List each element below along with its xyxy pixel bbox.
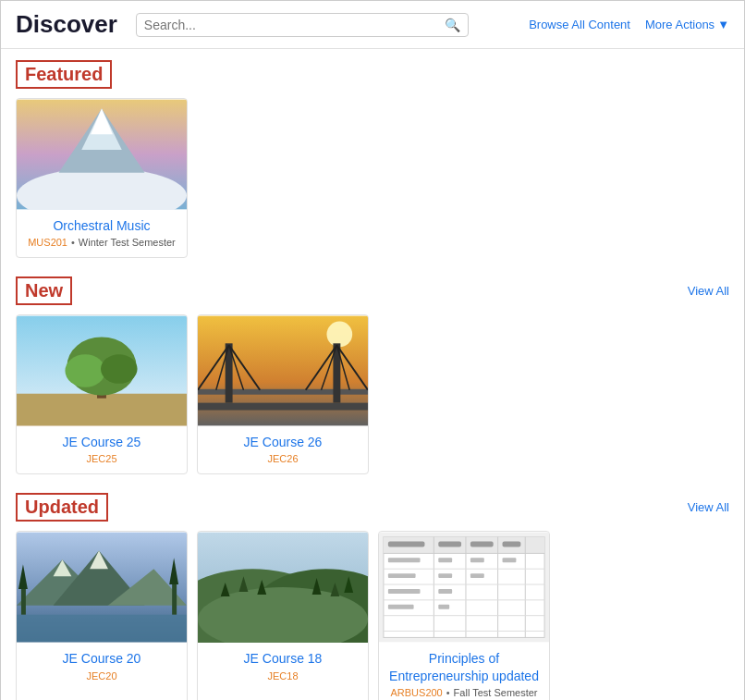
svg-rect-65 bbox=[470, 559, 484, 563]
featured-section: Featured bbox=[16, 60, 729, 258]
browse-all-link[interactable]: Browse All Content bbox=[529, 18, 630, 31]
card-sub: JEC18 bbox=[203, 670, 362, 682]
search-container: 🔍 bbox=[136, 13, 469, 37]
new-title: New bbox=[16, 276, 72, 305]
svg-rect-59 bbox=[388, 542, 425, 547]
card-sub: JEC26 bbox=[203, 453, 362, 464]
card-title: JE Course 18 bbox=[203, 650, 362, 667]
card-principles-entrepreneurship[interactable]: Principles of Entrepreneurship updated A… bbox=[378, 531, 550, 700]
svg-rect-6 bbox=[17, 394, 187, 426]
card-image-lake bbox=[17, 532, 187, 643]
svg-rect-68 bbox=[438, 574, 452, 579]
card-sub: ARBUS200 • Fall Test Semester bbox=[385, 687, 543, 698]
svg-rect-34 bbox=[172, 583, 177, 615]
svg-rect-32 bbox=[21, 587, 26, 615]
card-title: Principles of Entrepreneurship updated bbox=[385, 650, 543, 683]
more-actions-button[interactable]: More Actions ▼ bbox=[645, 18, 729, 31]
card-body: JE Course 26 JEC26 bbox=[198, 426, 368, 464]
featured-header: Featured bbox=[16, 60, 729, 89]
svg-rect-69 bbox=[470, 574, 484, 579]
svg-rect-31 bbox=[17, 615, 187, 643]
header-links: Browse All Content More Actions ▼ bbox=[529, 18, 729, 31]
svg-rect-60 bbox=[438, 542, 461, 547]
card-sub: JEC20 bbox=[22, 670, 181, 682]
chevron-down-icon: ▼ bbox=[717, 18, 729, 31]
card-image-hills bbox=[198, 532, 368, 643]
card-image-tree bbox=[17, 315, 187, 426]
main-content: Featured bbox=[1, 49, 744, 700]
card-title: JE Course 25 bbox=[22, 434, 181, 450]
search-icon: 🔍 bbox=[445, 18, 460, 32]
card-image-mountain bbox=[17, 99, 187, 210]
featured-title: Featured bbox=[16, 60, 112, 89]
card-image-table bbox=[379, 532, 549, 643]
page-header: Discover 🔍 Browse All Content More Actio… bbox=[1, 1, 744, 49]
svg-rect-64 bbox=[438, 559, 452, 563]
updated-title: Updated bbox=[16, 493, 108, 522]
svg-point-12 bbox=[326, 322, 352, 348]
svg-point-9 bbox=[65, 354, 105, 387]
svg-rect-71 bbox=[438, 589, 452, 594]
svg-rect-61 bbox=[470, 542, 494, 547]
page-title: Discover bbox=[16, 10, 117, 39]
card-orchestral-music[interactable]: Orchestral Music MUS201 • Winter Test Se… bbox=[16, 98, 188, 258]
new-section: New View All bbox=[16, 276, 729, 474]
new-view-all-link[interactable]: View All bbox=[688, 284, 729, 298]
card-title: Orchestral Music bbox=[22, 217, 181, 234]
featured-cards-row: Orchestral Music MUS201 • Winter Test Se… bbox=[16, 98, 729, 258]
svg-rect-70 bbox=[388, 589, 421, 594]
new-header: New View All bbox=[16, 276, 729, 305]
card-body: Principles of Entrepreneurship updated A… bbox=[379, 643, 549, 697]
card-title: JE Course 20 bbox=[22, 650, 181, 667]
updated-cards-row: JE Course 20 JEC20 bbox=[16, 531, 729, 700]
svg-rect-62 bbox=[503, 542, 521, 547]
card-je-course-20[interactable]: JE Course 20 JEC20 bbox=[16, 531, 188, 700]
card-image-bridge bbox=[198, 315, 368, 426]
svg-rect-72 bbox=[388, 605, 414, 609]
updated-header: Updated View All bbox=[16, 493, 729, 522]
card-je-course-26[interactable]: JE Course 26 JEC26 bbox=[197, 314, 369, 474]
svg-rect-73 bbox=[438, 605, 449, 609]
svg-rect-66 bbox=[503, 559, 517, 563]
svg-rect-67 bbox=[388, 574, 416, 579]
svg-rect-14 bbox=[198, 389, 368, 395]
card-body: JE Course 20 JEC20 bbox=[17, 643, 187, 681]
updated-view-all-link[interactable]: View All bbox=[688, 500, 729, 514]
card-body: JE Course 18 JEC18 bbox=[198, 643, 368, 681]
svg-point-10 bbox=[101, 354, 138, 384]
search-input[interactable] bbox=[144, 18, 445, 32]
card-je-course-25[interactable]: JE Course 25 JEC25 bbox=[16, 314, 188, 474]
card-sub: MUS201 • Winter Test Semester bbox=[22, 237, 181, 248]
card-body: JE Course 25 JEC25 bbox=[17, 426, 187, 464]
svg-rect-13 bbox=[198, 403, 368, 411]
updated-section: Updated View All bbox=[16, 493, 729, 700]
new-cards-row: JE Course 25 JEC25 bbox=[16, 314, 729, 474]
card-je-course-18[interactable]: JE Course 18 JEC18 bbox=[197, 531, 369, 700]
card-sub: JEC25 bbox=[22, 453, 181, 464]
card-body: Orchestral Music MUS201 • Winter Test Se… bbox=[17, 210, 187, 248]
card-title: JE Course 26 bbox=[203, 434, 362, 450]
svg-rect-63 bbox=[388, 559, 421, 563]
